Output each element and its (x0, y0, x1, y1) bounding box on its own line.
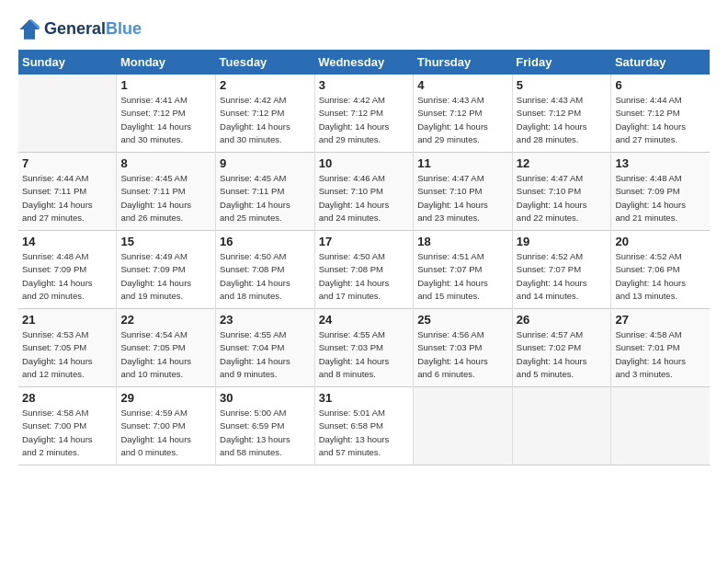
page-header: GeneralBlue (18, 18, 710, 40)
day-info: Sunrise: 4:54 AM Sunset: 7:05 PM Dayligh… (120, 328, 211, 381)
calendar-cell: 25Sunrise: 4:56 AM Sunset: 7:03 PM Dayli… (414, 309, 513, 387)
calendar-cell: 21Sunrise: 4:53 AM Sunset: 7:05 PM Dayli… (18, 309, 117, 387)
day-number: 15 (120, 235, 211, 248)
day-number: 26 (517, 313, 608, 327)
day-number: 28 (22, 391, 112, 405)
col-header-thursday: Thursday (414, 50, 513, 75)
calendar-cell: 11Sunrise: 4:47 AM Sunset: 7:10 PM Dayli… (414, 153, 513, 231)
day-number: 19 (517, 235, 608, 248)
day-info: Sunrise: 4:44 AM Sunset: 7:11 PM Dayligh… (22, 172, 112, 224)
day-info: Sunrise: 4:47 AM Sunset: 7:10 PM Dayligh… (517, 172, 608, 224)
day-number: 27 (615, 313, 706, 327)
day-info: Sunrise: 4:48 AM Sunset: 7:09 PM Dayligh… (22, 250, 112, 303)
calendar-cell: 4Sunrise: 4:43 AM Sunset: 7:12 PM Daylig… (414, 75, 513, 153)
day-number: 24 (319, 313, 410, 327)
calendar-cell (414, 387, 513, 465)
day-number: 11 (417, 156, 508, 170)
day-number: 14 (22, 235, 112, 248)
logo: GeneralBlue (18, 18, 142, 40)
day-info: Sunrise: 4:42 AM Sunset: 7:12 PM Dayligh… (319, 94, 410, 146)
day-number: 23 (220, 313, 311, 327)
logo-icon (18, 18, 40, 40)
day-info: Sunrise: 4:55 AM Sunset: 7:03 PM Dayligh… (319, 328, 410, 381)
day-info: Sunrise: 4:59 AM Sunset: 7:00 PM Dayligh… (120, 407, 211, 459)
day-number: 31 (319, 391, 410, 405)
day-info: Sunrise: 4:56 AM Sunset: 7:03 PM Dayligh… (417, 328, 508, 381)
day-number: 5 (517, 78, 608, 92)
day-info: Sunrise: 5:01 AM Sunset: 6:58 PM Dayligh… (319, 407, 410, 459)
day-info: Sunrise: 4:46 AM Sunset: 7:10 PM Dayligh… (319, 172, 410, 224)
day-info: Sunrise: 4:41 AM Sunset: 7:12 PM Dayligh… (120, 94, 211, 146)
day-info: Sunrise: 4:58 AM Sunset: 7:00 PM Dayligh… (22, 407, 112, 459)
day-info: Sunrise: 4:48 AM Sunset: 7:09 PM Dayligh… (615, 172, 706, 224)
day-info: Sunrise: 4:45 AM Sunset: 7:11 PM Dayligh… (220, 172, 311, 224)
day-number: 29 (120, 391, 211, 405)
day-number: 7 (22, 156, 112, 170)
day-info: Sunrise: 4:43 AM Sunset: 7:12 PM Dayligh… (517, 94, 608, 146)
day-number: 30 (220, 391, 311, 405)
col-header-friday: Friday (512, 50, 611, 75)
col-header-wednesday: Wednesday (314, 50, 414, 75)
day-info: Sunrise: 4:57 AM Sunset: 7:02 PM Dayligh… (517, 328, 608, 381)
calendar-cell (512, 387, 611, 465)
day-number: 17 (319, 235, 410, 248)
day-number: 12 (517, 156, 608, 170)
day-info: Sunrise: 4:50 AM Sunset: 7:08 PM Dayligh… (220, 250, 311, 303)
day-number: 20 (615, 235, 706, 248)
day-info: Sunrise: 4:45 AM Sunset: 7:11 PM Dayligh… (120, 172, 211, 224)
calendar-cell: 24Sunrise: 4:55 AM Sunset: 7:03 PM Dayli… (314, 309, 414, 387)
day-info: Sunrise: 4:52 AM Sunset: 7:06 PM Dayligh… (615, 250, 706, 303)
col-header-monday: Monday (117, 50, 216, 75)
day-number: 21 (22, 313, 112, 327)
day-number: 6 (615, 78, 706, 92)
calendar-cell: 22Sunrise: 4:54 AM Sunset: 7:05 PM Dayli… (117, 309, 216, 387)
day-info: Sunrise: 4:44 AM Sunset: 7:12 PM Dayligh… (615, 94, 706, 146)
day-number: 3 (319, 78, 410, 92)
day-info: Sunrise: 4:42 AM Sunset: 7:12 PM Dayligh… (220, 94, 311, 146)
calendar-cell: 3Sunrise: 4:42 AM Sunset: 7:12 PM Daylig… (314, 75, 414, 153)
calendar-cell: 10Sunrise: 4:46 AM Sunset: 7:10 PM Dayli… (314, 153, 414, 231)
calendar-cell: 15Sunrise: 4:49 AM Sunset: 7:09 PM Dayli… (117, 231, 216, 309)
calendar-cell: 9Sunrise: 4:45 AM Sunset: 7:11 PM Daylig… (216, 153, 315, 231)
calendar-cell: 8Sunrise: 4:45 AM Sunset: 7:11 PM Daylig… (117, 153, 216, 231)
calendar-table: SundayMondayTuesdayWednesdayThursdayFrid… (18, 50, 710, 465)
calendar-cell (18, 75, 117, 153)
day-number: 10 (319, 156, 410, 170)
day-info: Sunrise: 4:49 AM Sunset: 7:09 PM Dayligh… (120, 250, 211, 303)
day-info: Sunrise: 4:55 AM Sunset: 7:04 PM Dayligh… (220, 328, 311, 381)
day-number: 9 (220, 156, 311, 170)
calendar-cell: 29Sunrise: 4:59 AM Sunset: 7:00 PM Dayli… (117, 387, 216, 465)
calendar-cell: 2Sunrise: 4:42 AM Sunset: 7:12 PM Daylig… (216, 75, 315, 153)
calendar-cell: 30Sunrise: 5:00 AM Sunset: 6:59 PM Dayli… (216, 387, 315, 465)
calendar-cell: 19Sunrise: 4:52 AM Sunset: 7:07 PM Dayli… (512, 231, 611, 309)
calendar-cell: 5Sunrise: 4:43 AM Sunset: 7:12 PM Daylig… (512, 75, 611, 153)
day-info: Sunrise: 4:50 AM Sunset: 7:08 PM Dayligh… (319, 250, 410, 303)
calendar-cell (611, 387, 710, 465)
logo-text: GeneralBlue (44, 20, 142, 39)
calendar-cell: 7Sunrise: 4:44 AM Sunset: 7:11 PM Daylig… (18, 153, 117, 231)
day-info: Sunrise: 4:51 AM Sunset: 7:07 PM Dayligh… (417, 250, 508, 303)
day-info: Sunrise: 4:53 AM Sunset: 7:05 PM Dayligh… (22, 328, 112, 381)
col-header-sunday: Sunday (18, 50, 117, 75)
day-info: Sunrise: 4:52 AM Sunset: 7:07 PM Dayligh… (517, 250, 608, 303)
calendar-cell: 31Sunrise: 5:01 AM Sunset: 6:58 PM Dayli… (314, 387, 414, 465)
day-info: Sunrise: 4:58 AM Sunset: 7:01 PM Dayligh… (615, 328, 706, 381)
day-number: 4 (417, 78, 508, 92)
day-number: 22 (120, 313, 211, 327)
calendar-cell: 13Sunrise: 4:48 AM Sunset: 7:09 PM Dayli… (611, 153, 710, 231)
calendar-cell: 20Sunrise: 4:52 AM Sunset: 7:06 PM Dayli… (611, 231, 710, 309)
col-header-tuesday: Tuesday (216, 50, 315, 75)
col-header-saturday: Saturday (611, 50, 710, 75)
calendar-cell: 6Sunrise: 4:44 AM Sunset: 7:12 PM Daylig… (611, 75, 710, 153)
calendar-cell: 14Sunrise: 4:48 AM Sunset: 7:09 PM Dayli… (18, 231, 117, 309)
day-number: 8 (120, 156, 211, 170)
calendar-cell: 18Sunrise: 4:51 AM Sunset: 7:07 PM Dayli… (414, 231, 513, 309)
day-number: 25 (417, 313, 508, 327)
day-info: Sunrise: 5:00 AM Sunset: 6:59 PM Dayligh… (220, 407, 311, 459)
day-number: 1 (120, 78, 211, 92)
day-number: 2 (220, 78, 311, 92)
calendar-cell: 17Sunrise: 4:50 AM Sunset: 7:08 PM Dayli… (314, 231, 414, 309)
calendar-cell: 16Sunrise: 4:50 AM Sunset: 7:08 PM Dayli… (216, 231, 315, 309)
calendar-cell: 27Sunrise: 4:58 AM Sunset: 7:01 PM Dayli… (611, 309, 710, 387)
svg-marker-0 (19, 19, 40, 40)
